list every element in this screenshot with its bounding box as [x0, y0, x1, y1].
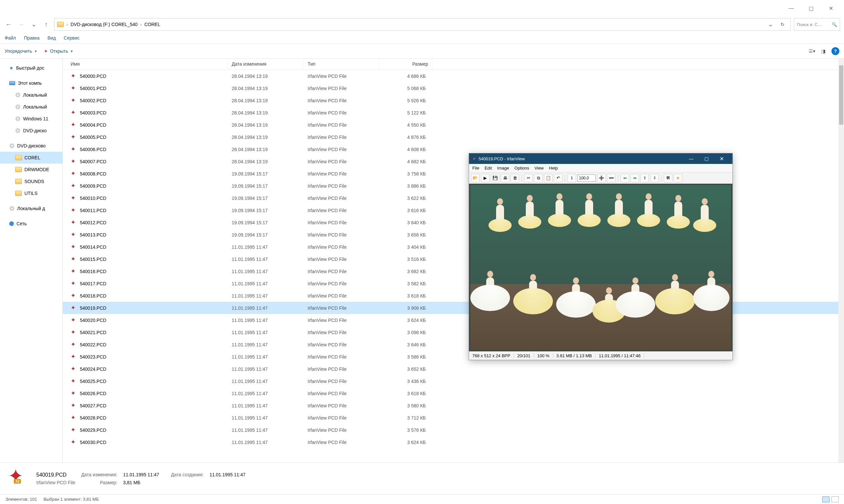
settings-icon[interactable]: 🛠	[664, 174, 672, 182]
file-icon	[71, 354, 77, 360]
file-row[interactable]: 540030.PCD11.01.1995 11:47IrfanView PCD …	[63, 436, 844, 448]
col-header-date[interactable]: Дата изменения	[228, 59, 304, 70]
file-row[interactable]: 540001.PCD28.04.1994 13:19IrfanView PCD …	[63, 82, 844, 94]
first-icon[interactable]: ⬆	[640, 174, 649, 182]
irfan-maximize-button[interactable]: ▢	[699, 156, 714, 161]
irfan-menu-view[interactable]: View	[534, 166, 544, 170]
file-date: 11.01.1995 11:47	[228, 281, 304, 286]
info-icon[interactable]: ℹ	[567, 174, 576, 182]
sidebar-item[interactable]: ★Быстрый дос	[0, 62, 63, 74]
copy-icon[interactable]: ⧉	[534, 174, 543, 182]
sidebar-item[interactable]: Локальный	[0, 89, 63, 101]
file-type: IrfanView PCD File	[304, 183, 380, 189]
sidebar-item[interactable]: COREL	[0, 152, 63, 164]
file-row[interactable]: 540004.PCD28.04.1994 13:19IrfanView PCD …	[63, 119, 844, 131]
favorite-icon[interactable]: ★	[674, 174, 682, 182]
file-row[interactable]: 540000.PCD28.04.1994 13:19IrfanView PCD …	[63, 70, 844, 82]
sidebar-item[interactable]: UTILS	[0, 187, 63, 199]
scrollbar-thumb[interactable]	[839, 65, 843, 125]
sidebar-item[interactable]: DRWMODE	[0, 164, 63, 176]
sidebar-item[interactable]: Этот компь	[0, 77, 63, 89]
print-icon[interactable]: 🖶	[501, 174, 509, 182]
details-view-icon[interactable]	[822, 497, 829, 502]
file-icon	[71, 170, 77, 177]
open-icon[interactable]: 📂	[471, 174, 480, 182]
undo-icon[interactable]: ↶	[554, 174, 562, 182]
file-name: 540020.PCD	[80, 318, 106, 323]
file-size: 3 646 КБ	[380, 342, 433, 347]
last-icon[interactable]: ⬇	[650, 174, 659, 182]
file-size: 5 926 КБ	[380, 98, 433, 103]
sidebar-item[interactable]: Windows 11	[0, 113, 63, 125]
preview-pane-icon[interactable]: ◨	[821, 49, 826, 54]
file-row[interactable]: 540024.PCD11.01.1995 11:47IrfanView PCD …	[63, 363, 844, 375]
sidebar-item[interactable]: DVD-диско	[0, 125, 63, 137]
next-icon[interactable]: ➡	[630, 174, 639, 182]
delete-icon[interactable]: 🗑	[511, 174, 519, 182]
file-row[interactable]: 540026.PCD11.01.1995 11:47IrfanView PCD …	[63, 387, 844, 399]
sidebar-item[interactable]: Сеть	[0, 218, 63, 230]
details-date-created-value: 11.01.1995 11:47	[210, 472, 246, 478]
sidebar-item[interactable]: Локальный д	[0, 202, 63, 214]
irfan-close-button[interactable]: ✕	[714, 156, 729, 162]
slideshow-icon[interactable]: ▶	[481, 174, 490, 182]
forward-button[interactable]: →	[17, 20, 26, 29]
tiles-view-icon[interactable]	[831, 497, 839, 502]
search-input[interactable]: Поиск в: C… 🔍	[794, 18, 840, 31]
refresh-button[interactable]: ↻	[778, 22, 788, 27]
irfan-menu-file[interactable]: File	[472, 166, 479, 170]
history-dropdown[interactable]: ⌄	[29, 20, 38, 29]
file-row[interactable]: 540028.PCD11.01.1995 11:47IrfanView PCD …	[63, 412, 844, 424]
breadcrumb[interactable]: COREL	[144, 22, 160, 27]
sidebar-item[interactable]: Локальный	[0, 101, 63, 113]
scrollbar[interactable]	[838, 59, 844, 463]
file-size: 3 616 КБ	[380, 208, 433, 213]
maximize-button[interactable]: ▢	[801, 2, 821, 15]
irfan-titlebar[interactable]: ✦ 540019.PCD - IrfanView — ▢ ✕	[469, 154, 733, 164]
prev-icon[interactable]: ⬅	[620, 174, 629, 182]
sidebar-item[interactable]: DVD-дисково	[0, 140, 63, 152]
file-icon	[71, 219, 77, 226]
cut-icon[interactable]: ✂	[524, 174, 533, 182]
file-row[interactable]: 540025.PCD11.01.1995 11:47IrfanView PCD …	[63, 375, 844, 387]
file-name: 540005.PCD	[80, 134, 106, 140]
col-header-size[interactable]: Размер	[380, 59, 433, 70]
menu-edit[interactable]: Правка	[24, 35, 39, 40]
irfan-menu-options[interactable]: Options	[514, 166, 529, 170]
view-options-icon[interactable]: ☰▾	[809, 49, 815, 54]
back-button[interactable]: ←	[4, 20, 13, 29]
irfan-minimize-button[interactable]: —	[684, 156, 699, 161]
paste-icon[interactable]: 📋	[544, 174, 552, 182]
menu-view[interactable]: Вид	[48, 35, 56, 40]
menu-file[interactable]: Файл	[5, 35, 16, 40]
file-row[interactable]: 540002.PCD28.04.1994 13:19IrfanView PCD …	[63, 94, 844, 107]
file-type: IrfanView PCD File	[304, 281, 380, 286]
file-row[interactable]: 540003.PCD28.04.1994 13:19IrfanView PCD …	[63, 107, 844, 119]
file-row[interactable]: 540005.PCD28.04.1994 13:19IrfanView PCD …	[63, 131, 844, 143]
file-name: 540025.PCD	[80, 379, 106, 384]
irfan-menu-help[interactable]: Help	[549, 166, 558, 170]
file-date: 19.09.1994 15:17	[228, 196, 304, 201]
zoom-out-icon[interactable]: ➖	[607, 174, 616, 182]
col-header-name[interactable]: Имя	[63, 59, 228, 70]
address-dropdown-icon[interactable]: ⌄	[766, 20, 775, 29]
address-bar[interactable]: › DVD-дисковод (F:) COREL_540 › COREL ⌄ …	[54, 18, 791, 31]
open-button[interactable]: ✦ Открыть▼	[44, 49, 73, 54]
irfan-menu-edit[interactable]: Edit	[485, 166, 492, 170]
minimize-button[interactable]: —	[781, 2, 801, 15]
breadcrumb[interactable]: DVD-дисковод (F:) COREL_540	[71, 22, 138, 27]
sidebar-item[interactable]: SOUNDS	[0, 176, 63, 187]
zoom-input[interactable]	[577, 175, 596, 182]
menu-service[interactable]: Сервис	[64, 35, 80, 40]
close-button[interactable]: ✕	[821, 2, 841, 15]
file-row[interactable]: 540027.PCD11.01.1995 11:47IrfanView PCD …	[63, 399, 844, 412]
organize-button[interactable]: Упорядочить▼	[5, 49, 37, 54]
file-date: 19.09.1994 15:17	[228, 220, 304, 225]
zoom-in-icon[interactable]: ➕	[597, 174, 606, 182]
col-header-type[interactable]: Тип	[304, 59, 380, 70]
irfan-menu-image[interactable]: Image	[497, 166, 509, 170]
file-row[interactable]: 540029.PCD11.01.1995 11:47IrfanView PCD …	[63, 424, 844, 436]
up-button[interactable]: ↑	[41, 20, 51, 29]
save-icon[interactable]: 💾	[491, 174, 499, 182]
help-button[interactable]: ?	[831, 47, 839, 55]
